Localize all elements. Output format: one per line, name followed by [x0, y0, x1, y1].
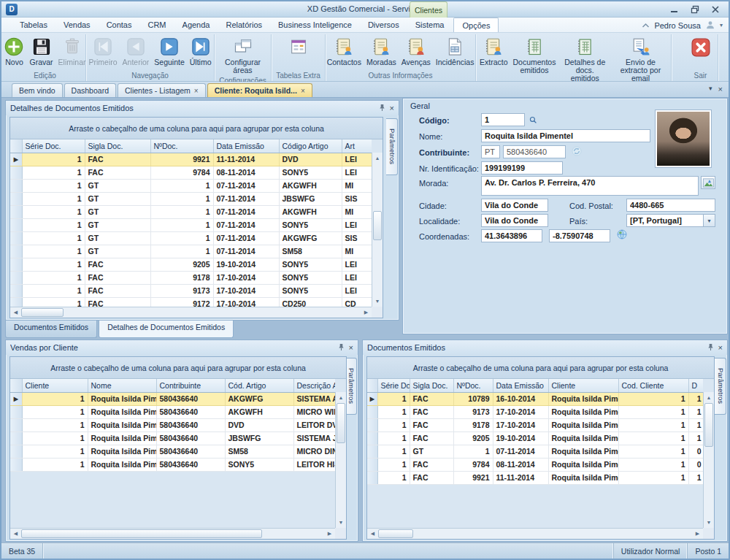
anterior-button[interactable]: Anterior — [120, 35, 152, 68]
column-header[interactable]: D — [688, 379, 703, 392]
scroll-up-icon[interactable]: ▲ — [372, 153, 383, 164]
restore-button[interactable] — [688, 4, 702, 15]
horizontal-scrollbar[interactable]: ◀ ▶ — [367, 528, 703, 539]
contribuinte-pais-input[interactable] — [481, 145, 500, 158]
menu-tab-business-inteligence[interactable]: Business Inteligence — [270, 18, 360, 32]
menu-tab-vendas[interactable]: Vendas — [55, 18, 99, 32]
grid-row[interactable]: 1GT107-11-2014AKGWFHMI — [10, 179, 372, 192]
avencas-button[interactable]: Avenças — [399, 35, 433, 68]
column-header[interactable]: Cód. Artigo — [225, 379, 293, 392]
scroll-left-icon[interactable]: ◀ — [10, 307, 21, 318]
nome-input[interactable] — [481, 129, 650, 142]
user-icon[interactable] — [705, 20, 715, 31]
column-header[interactable]: Art — [342, 139, 372, 153]
parametros-side-tab[interactable]: Parâmetros — [345, 358, 357, 415]
menu-tab-agenda[interactable]: Agenda — [174, 18, 218, 32]
scroll-up-icon[interactable]: ▲ — [336, 392, 346, 403]
scroll-down-icon[interactable]: ▼ — [372, 296, 383, 307]
parametros-side-tab[interactable]: Parâmetros — [715, 358, 726, 415]
column-header[interactable]: Série Doc. — [22, 139, 85, 153]
menu-tab-contas[interactable]: Contas — [99, 18, 140, 32]
cod-postal-input[interactable] — [626, 199, 715, 212]
pais-dropdown-caret-icon[interactable]: ▾ — [704, 214, 715, 227]
column-header[interactable]: Cod. Cliente — [618, 379, 688, 392]
scroll-down-icon[interactable]: ▼ — [336, 517, 346, 528]
detalhes-docs-emitidos-button[interactable]: Detalhes de docs. emitidos — [558, 35, 611, 84]
tab-bem-vindo[interactable]: Bem vindo — [12, 83, 63, 97]
column-header[interactable]: Data Emissão — [493, 379, 548, 392]
column-header[interactable]: Data Emissão — [213, 139, 279, 153]
column-header[interactable]: Código Artigo — [279, 139, 342, 153]
tab-list-caret-icon[interactable]: ▾ — [709, 85, 712, 93]
pais-select[interactable] — [626, 214, 704, 227]
cidade-input[interactable] — [481, 199, 548, 212]
menu-tab-tabelas[interactable]: Tabelas — [12, 18, 55, 32]
grid-row[interactable]: 1FAC917817-10-2014Roquita Isilda Pime...… — [367, 418, 703, 431]
column-header[interactable]: Sigla Doc. — [410, 379, 453, 392]
grid-row[interactable]: 1FAC978408-11-2014Roquita Isilda Pime...… — [367, 458, 703, 471]
menu-tab-diversos[interactable]: Diversos — [360, 18, 407, 32]
scroll-thumb[interactable] — [21, 529, 262, 538]
grid-row[interactable]: 1FAC920519-10-2014Roquita Isilda Pime...… — [367, 431, 703, 445]
scroll-thumb[interactable] — [704, 403, 713, 447]
configurar-areas-button[interactable]: Configurar áreas — [217, 35, 269, 76]
grid-row[interactable]: 1GT107-11-2014AKGWFGSIS — [10, 231, 372, 245]
grid-row[interactable]: ▶1FAC1078916-10-2014Roquita Isilda Pime.… — [367, 392, 703, 405]
column-header[interactable]: Série Doc. — [377, 379, 410, 392]
scroll-thumb[interactable] — [21, 308, 64, 317]
column-header[interactable]: Cliente — [548, 379, 618, 392]
menu-tab-sistema[interactable]: Sistema — [407, 18, 453, 32]
docked-tab-documentos-emitidos[interactable]: Documentos Emitidos — [5, 321, 97, 338]
scroll-left-icon[interactable]: ◀ — [10, 529, 21, 540]
close-panel-icon[interactable]: × — [390, 104, 394, 112]
grid-row[interactable]: ▶1FAC992111-11-2014DVDLEI — [10, 153, 372, 166]
vertical-scrollbar[interactable]: ▲ ▼ — [335, 392, 346, 528]
novo-button[interactable]: Novo — [1, 35, 26, 68]
grid-row[interactable]: 1FAC917317-10-2014Roquita Isilda Pime...… — [367, 405, 703, 418]
envio-extracto-email-button[interactable]: Envio de extracto por email — [612, 35, 669, 84]
scroll-up-icon[interactable]: ▲ — [704, 392, 714, 403]
grid-row[interactable]: 1FAC917817-10-2014SONY5LEI — [10, 271, 372, 284]
pin-icon[interactable] — [379, 104, 385, 113]
globe-icon[interactable] — [615, 228, 629, 241]
horizontal-scrollbar[interactable]: ◀ ▶ — [10, 528, 335, 539]
incidencias-button[interactable]: Incidências — [434, 35, 477, 68]
primeiro-button[interactable]: Primeiro — [86, 35, 119, 68]
user-menu-caret-icon[interactable]: ▾ — [720, 22, 723, 28]
grid-row[interactable]: 1GT107-11-2014SM58MI — [10, 245, 372, 258]
close-panel-icon[interactable]: × — [718, 343, 723, 352]
scroll-thumb[interactable] — [373, 211, 382, 240]
search-icon[interactable] — [526, 113, 540, 126]
scroll-right-icon[interactable]: ▶ — [361, 307, 372, 318]
column-header[interactable]: NºDoc. — [150, 139, 213, 153]
grid-row[interactable]: 1GT107-11-2014Roquita Isilda Pime...10 — [367, 445, 703, 458]
localidade-input[interactable] — [481, 214, 548, 227]
menu-tab-crm[interactable]: CRM — [139, 18, 174, 32]
scroll-right-icon[interactable]: ▶ — [692, 529, 703, 540]
sair-button[interactable] — [688, 35, 714, 61]
menu-tab-opcoes[interactable]: Opções — [453, 18, 499, 32]
grid-row[interactable]: 1Roquita Isilda Pime...580436640AKGWFHMI… — [10, 405, 335, 418]
grid-row[interactable]: 1FAC917217-10-2014CD250CD — [10, 297, 372, 307]
validate-vat-refresh-icon[interactable] — [569, 145, 584, 158]
vertical-scrollbar[interactable]: ▲ ▼ — [703, 392, 714, 528]
eliminar-button[interactable]: Eliminar — [56, 35, 88, 68]
grid-row[interactable]: 1GT107-11-2014JBSWFGSIS — [10, 192, 372, 205]
grid-row[interactable]: 1FAC917317-10-2014SONY5LEI — [10, 284, 372, 297]
nr-identificacao-input[interactable] — [481, 161, 563, 174]
contribuinte-input[interactable] — [503, 145, 566, 158]
ultimo-button[interactable]: Último — [188, 35, 214, 68]
column-header[interactable]: Sigla Doc. — [85, 139, 150, 153]
grid-row[interactable]: 1Roquita Isilda Pime...580436640SM58MICR… — [10, 445, 335, 458]
close-button[interactable] — [708, 4, 723, 15]
contextual-tab-clientes[interactable]: Clientes — [410, 1, 447, 18]
pin-icon[interactable] — [707, 343, 714, 353]
map-icon[interactable] — [701, 176, 715, 189]
extracto-button[interactable]: Extracto — [477, 35, 510, 68]
grid-row[interactable]: ▶1Roquita Isilda Pime...580436640AKGWFGS… — [10, 392, 335, 405]
grid-row[interactable]: 1FAC978408-11-2014SONY5LEI — [10, 166, 372, 179]
parametros-side-tab[interactable]: Parâmetros — [386, 118, 398, 175]
menu-tab-relatorios[interactable]: Relatórios — [218, 18, 270, 32]
documentos-emitidos-button[interactable]: Documentos emitidos — [511, 35, 558, 76]
scroll-left-icon[interactable]: ◀ — [367, 529, 378, 540]
